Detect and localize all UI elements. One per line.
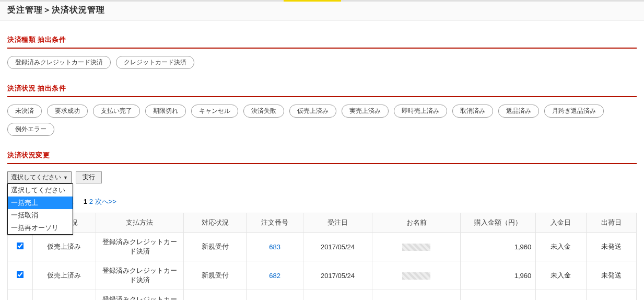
bulk-action-select[interactable]: 選択してください ▼ bbox=[7, 171, 72, 183]
section-rule bbox=[7, 163, 637, 164]
cell-deposit: 未入金 bbox=[536, 233, 586, 261]
table-header-cell: 支払方法 bbox=[96, 213, 184, 233]
redacted-name bbox=[402, 244, 430, 251]
section-title-status-filter: 決済状況 抽出条件 bbox=[7, 84, 637, 93]
cell-method: 登録済みクレジットカード決済 bbox=[96, 233, 184, 261]
table-cell bbox=[8, 290, 33, 301]
breadcrumb-bar: 受注管理＞決済状況管理 bbox=[0, 2, 644, 20]
section-title-change: 決済状況変更 bbox=[7, 151, 637, 160]
status-filter-pill[interactable]: 即時売上済み bbox=[394, 105, 447, 118]
cell-ship: 未発送 bbox=[586, 261, 636, 290]
cell-order-no[interactable]: 683 bbox=[247, 233, 303, 261]
bulk-action-option[interactable]: 選択してください bbox=[8, 184, 73, 197]
cell-status: 仮売上済み bbox=[33, 261, 96, 290]
status-filter-pill[interactable]: 支払い完了 bbox=[93, 105, 140, 118]
table-header-cell: お名前 bbox=[372, 213, 461, 233]
bulk-action-row: 選択してください ▼ 選択してください一括売上一括取消一括再オーソリ 実行 bbox=[7, 171, 637, 183]
section-rule bbox=[7, 48, 637, 49]
pagination-current: 1 bbox=[84, 198, 87, 205]
table-row: 仮売上済み登録済みクレジットカード決済新規受付6112017/04/12538未… bbox=[8, 290, 637, 301]
pagination-next[interactable]: 次へ>> bbox=[95, 198, 116, 205]
cell-customer bbox=[372, 233, 461, 261]
cell-order-no[interactable]: 682 bbox=[247, 261, 303, 290]
cell-deposit: 未入金 bbox=[536, 261, 586, 290]
cell-amount: 1,960 bbox=[460, 261, 535, 290]
status-filter-pill[interactable]: 返品済み bbox=[498, 105, 539, 118]
table-header-row: 決済状況支払方法対応状況注文番号受注日お名前購入金額（円）入金日出荷日 bbox=[8, 213, 637, 233]
status-filter-row: 未決済要求成功支払い完了期限切れキャンセル決済失敗仮売上済み実売上済み即時売上済… bbox=[7, 105, 637, 136]
bulk-action-option[interactable]: 一括売上 bbox=[8, 197, 73, 209]
cell-status: 仮売上済み bbox=[33, 233, 96, 261]
table-cell bbox=[8, 233, 33, 261]
cell-deposit: 未入金 bbox=[536, 290, 586, 301]
execute-button[interactable]: 実行 bbox=[76, 171, 102, 183]
status-filter-pill[interactable]: 取消済み bbox=[452, 105, 493, 118]
result-summary: 56件 が該当しました。 1 2 次へ>> bbox=[7, 197, 637, 206]
pagination-page-2[interactable]: 2 bbox=[89, 198, 93, 205]
orders-table: 決済状況支払方法対応状況注文番号受注日お名前購入金額（円）入金日出荷日 仮売上済… bbox=[7, 213, 637, 300]
status-filter-pill[interactable]: 未決済 bbox=[7, 105, 42, 118]
table-header-cell: 出荷日 bbox=[586, 213, 636, 233]
chevron-down-icon: ▼ bbox=[63, 175, 68, 180]
cell-date: 2017/05/24 bbox=[303, 261, 372, 290]
cell-status: 仮売上済み bbox=[33, 290, 96, 301]
table-header-cell: 購入金額（円） bbox=[460, 213, 535, 233]
status-filter-pill[interactable]: 実売上済み bbox=[342, 105, 389, 118]
table-header-cell: 入金日 bbox=[536, 213, 586, 233]
cell-method: 登録済みクレジットカード決済 bbox=[96, 290, 184, 301]
cell-ship: 未発送 bbox=[586, 233, 636, 261]
table-header-cell: 対応状況 bbox=[184, 213, 247, 233]
table-row: 仮売上済み登録済みクレジットカード決済新規受付6822017/05/241,96… bbox=[8, 261, 637, 290]
cell-customer bbox=[372, 290, 461, 301]
cell-order-no[interactable]: 611 bbox=[247, 290, 303, 301]
section-title-type-filter: 決済種類 抽出条件 bbox=[7, 35, 637, 44]
status-filter-pill[interactable]: 例外エラー bbox=[7, 123, 54, 136]
type-filter-row: 登録済みクレジットカード決済クレジットカード決済 bbox=[7, 56, 637, 69]
table-cell bbox=[8, 261, 33, 290]
cell-ship: 未発送 bbox=[586, 290, 636, 301]
cell-customer bbox=[372, 261, 461, 290]
table-row: 仮売上済み登録済みクレジットカード決済新規受付6832017/05/241,96… bbox=[8, 233, 637, 261]
bulk-action-option[interactable]: 一括再オーソリ bbox=[8, 222, 73, 234]
table-header-cell: 注文番号 bbox=[247, 213, 303, 233]
status-filter-pill[interactable]: 決済失敗 bbox=[243, 105, 284, 118]
cell-deal: 新規受付 bbox=[184, 290, 247, 301]
table-body: 仮売上済み登録済みクレジットカード決済新規受付6832017/05/241,96… bbox=[8, 233, 637, 301]
cell-amount: 538 bbox=[460, 290, 535, 301]
cell-deal: 新規受付 bbox=[184, 233, 247, 261]
bulk-action-option[interactable]: 一括取消 bbox=[8, 209, 73, 222]
page-title: 受注管理＞決済状況管理 bbox=[7, 5, 637, 16]
cell-deal: 新規受付 bbox=[184, 261, 247, 290]
type-filter-pill[interactable]: クレジットカード決済 bbox=[116, 56, 194, 69]
section-rule bbox=[7, 96, 637, 97]
row-checkbox[interactable] bbox=[17, 271, 24, 279]
redacted-name bbox=[402, 272, 430, 280]
bulk-action-select-value: 選択してください bbox=[11, 173, 61, 182]
bulk-action-dropdown: 選択してください一括売上一括取消一括再オーソリ bbox=[7, 183, 73, 235]
cell-date: 2017/05/24 bbox=[303, 233, 372, 261]
status-filter-pill[interactable]: 要求成功 bbox=[47, 105, 88, 118]
row-checkbox[interactable] bbox=[17, 243, 24, 250]
status-filter-pill[interactable]: 期限切れ bbox=[145, 105, 186, 118]
bulk-action-select-wrap: 選択してください ▼ 選択してください一括売上一括取消一括再オーソリ bbox=[7, 171, 72, 183]
type-filter-pill[interactable]: 登録済みクレジットカード決済 bbox=[7, 56, 111, 69]
status-filter-pill[interactable]: 仮売上済み bbox=[289, 105, 336, 118]
cell-date: 2017/04/12 bbox=[303, 290, 372, 301]
cell-method: 登録済みクレジットカード決済 bbox=[96, 261, 184, 290]
table-header-cell: 受注日 bbox=[303, 213, 372, 233]
status-filter-pill[interactable]: キャンセル bbox=[191, 105, 238, 118]
cell-amount: 1,960 bbox=[460, 233, 535, 261]
status-filter-pill[interactable]: 月跨ぎ返品済み bbox=[544, 105, 604, 118]
